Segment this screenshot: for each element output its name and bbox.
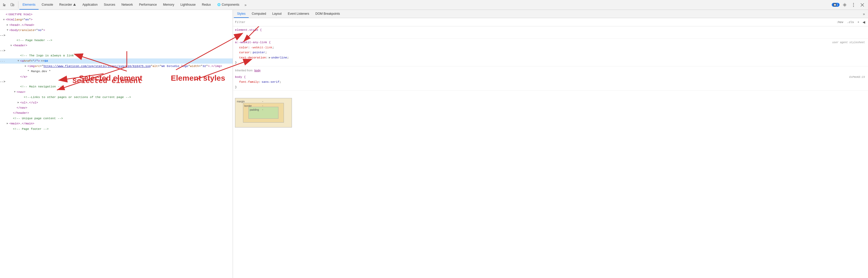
box-model-section: margin - border - padding - — [233, 96, 868, 131]
toggle-icon[interactable] — [6, 121, 9, 126]
tree-line: <!-- Main navigation --> — [0, 84, 232, 89]
tab-network[interactable]: Network — [118, 0, 136, 9]
more-tabs-button[interactable]: » — [243, 0, 249, 9]
style-rule-element: element.style { } — [233, 26, 868, 39]
close-icon[interactable] — [859, 1, 866, 8]
tree-line: <!-- Page header --> — [0, 38, 232, 43]
tree-line: <html lang="en" > — [0, 17, 232, 22]
dom-tree[interactable]: <!DOCTYPE html> <html lang="en" > <head>… — [0, 10, 232, 278]
inherited-from-link[interactable]: body — [254, 69, 260, 72]
tree-line: <body translate="no" > — [0, 28, 232, 33]
selected-tree-line: ... <a href="/" > == $0 — [0, 59, 232, 64]
tree-line: <ul>…</ul> — [0, 100, 232, 105]
hov-button[interactable]: :hov — [835, 20, 844, 24]
toolbar-icon-group — [1, 1, 19, 8]
sub-tab-styles[interactable]: Styles — [234, 10, 249, 18]
tree-line: </header> — [0, 110, 232, 115]
tree-line: </nav> — [0, 105, 232, 110]
sub-tab-more[interactable]: » — [861, 10, 867, 18]
tab-elements[interactable]: Elements — [20, 0, 38, 9]
cls-button[interactable]: .cls — [846, 20, 855, 24]
filter-input[interactable] — [235, 21, 835, 24]
toggle-icon[interactable] — [17, 101, 20, 105]
toggle-icon[interactable] — [24, 64, 27, 68]
toggle-icon[interactable] — [17, 59, 20, 63]
settings-icon[interactable] — [841, 1, 848, 8]
tab-performance[interactable]: Performance — [136, 0, 160, 9]
filter-arrow-icon[interactable]: ◀ — [862, 20, 866, 25]
svg-rect-0 — [11, 3, 13, 6]
inspect-icon[interactable] — [1, 1, 8, 8]
tree-line: <!--Links to other pages or sections of … — [0, 95, 232, 100]
tab-components[interactable]: Components — [214, 0, 243, 9]
tree-line: <header> — [0, 43, 232, 48]
svg-point-5 — [853, 3, 854, 4]
tree-line: <!DOCTYPE html> — [0, 12, 232, 17]
tree-line: <!-- Page footer --> — [0, 127, 232, 132]
tree-line: <!-- The logo is always a link --> — [0, 53, 232, 58]
svg-rect-1 — [13, 4, 14, 6]
sub-tab-computed[interactable]: Computed — [249, 10, 269, 18]
toggle-icon[interactable] — [9, 44, 13, 48]
components-logo-icon — [217, 3, 221, 6]
tab-redux[interactable]: Redux — [199, 0, 214, 9]
main-content: <!DOCTYPE html> <html lang="en" > <head>… — [0, 10, 868, 278]
box-padding: padding - — [248, 107, 278, 119]
recorder-icon — [73, 3, 76, 6]
tab-application[interactable]: Application — [79, 0, 101, 9]
tree-line: <nav> — [0, 90, 232, 95]
tree-line: <!-- Unique page content --> — [0, 116, 232, 121]
add-style-button[interactable]: + — [856, 20, 860, 24]
inherited-header: Inherited from body — [233, 66, 868, 73]
tab-console[interactable]: Console — [38, 0, 56, 9]
tree-line: <img src="https://www.flaticon.com/svg/s… — [0, 64, 232, 69]
svg-point-4 — [218, 4, 219, 5]
svg-point-7 — [853, 6, 854, 7]
sub-tab-dom-breakpoints[interactable]: DOM Breakpoints — [312, 10, 343, 18]
styles-panel: Styles Computed Layout Event Listeners D… — [233, 10, 868, 278]
tab-sources[interactable]: Sources — [101, 0, 118, 9]
tree-line: </a> — [0, 74, 232, 79]
style-rule-webkit: a:-webkit-any-link { user agent styleshe… — [233, 39, 868, 66]
toggle-icon[interactable] — [13, 90, 17, 94]
tab-list: Elements Console Recorder Application So… — [20, 0, 832, 9]
tab-memory[interactable]: Memory — [160, 0, 177, 9]
toggle-icon[interactable] — [6, 28, 9, 32]
toggle-icon[interactable] — [6, 23, 9, 27]
devtools-toolbar: Elements Console Recorder Application So… — [0, 0, 868, 10]
filter-controls: :hov .cls + ◀ — [835, 20, 866, 25]
device-toggle-icon[interactable] — [9, 1, 16, 8]
box-margin: margin - border - padding - — [235, 98, 292, 128]
elements-panel: <!DOCTYPE html> <html lang="en" > <head>… — [0, 10, 233, 278]
box-border: border - padding - — [243, 103, 284, 123]
sub-tabs: Styles Computed Layout Event Listeners D… — [233, 10, 868, 18]
filter-bar: :hov .cls + ◀ — [233, 18, 868, 26]
sub-tab-layout[interactable]: Layout — [269, 10, 285, 18]
tree-line: <head>…</head> — [0, 23, 232, 28]
toolbar-right: 🔲 1 — [832, 1, 867, 8]
notification-badge[interactable]: 🔲 1 — [832, 3, 840, 7]
svg-marker-2 — [73, 3, 76, 6]
toggle-icon[interactable] — [2, 18, 6, 22]
tree-line: " Mango.dev " — [0, 69, 232, 74]
svg-point-6 — [853, 4, 854, 5]
sub-tab-event-listeners[interactable]: Event Listeners — [285, 10, 312, 18]
more-vert-icon[interactable] — [850, 1, 857, 8]
style-rule-body: body { ExPmoKE:23 font-family : sans-ser… — [233, 73, 868, 91]
tab-lighthouse[interactable]: Lighthouse — [177, 0, 199, 9]
tree-line: <main>…</main> — [0, 121, 232, 126]
tab-recorder[interactable]: Recorder — [56, 0, 79, 9]
styles-content[interactable]: element.style { } a:-webkit-any-link { u… — [233, 26, 868, 278]
